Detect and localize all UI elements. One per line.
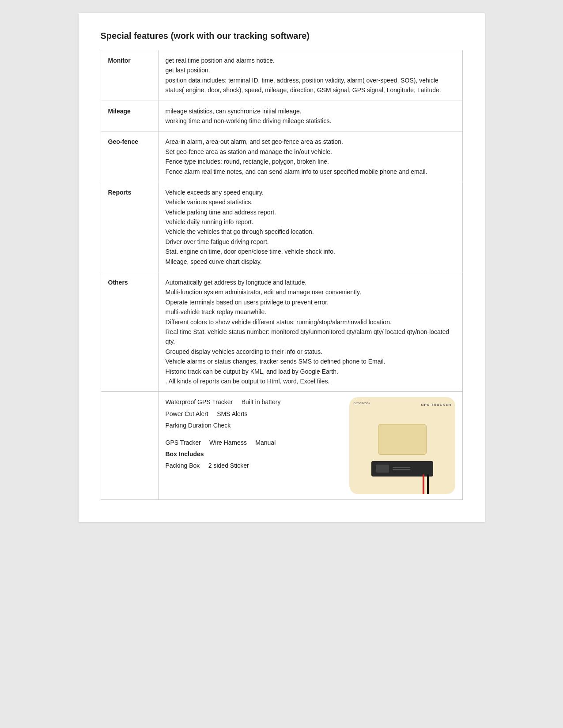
table-row: Waterproof GPS Tracker Built in battery … (101, 392, 462, 500)
others-line-4: multi-vehicle track replay meanwhile. (166, 308, 267, 315)
feature-waterproof: Waterproof GPS Tracker Built in battery (166, 397, 340, 407)
reports-label: Reports (101, 182, 158, 272)
reports-line-3: Vehicle parking time and address report. (166, 209, 276, 216)
box-items-line2: Packing Box 2 sided Sticker (166, 461, 340, 470)
others-label: Others (101, 272, 158, 392)
box-items-line1: GPS Tracker Wire Harness Manual (166, 438, 340, 447)
geofence-label: Geo-fence (101, 131, 158, 182)
mileage-content: mileage statistics, can synchronize init… (158, 101, 462, 131)
others-line-5: Different colors to show vehicle differe… (166, 319, 392, 326)
reports-line-8: Mileage, speed curve chart display. (166, 258, 262, 265)
features-label (101, 392, 158, 500)
mileage-line-2: working time and non-working time drivin… (166, 117, 332, 124)
gps-tracker-label: GPS TRACKER (421, 402, 451, 408)
product-image: SimoTrack GPS TRACKER (349, 397, 455, 494)
geofence-line-4: Fence alarm real time notes, and can sen… (166, 168, 427, 175)
page-title: Special features (work with our tracking… (101, 31, 463, 41)
reports-content: Vehicle exceeds any speed enquiry. Vehic… (158, 182, 462, 272)
others-line-8: Vehicle alarms or status changes, tracke… (166, 358, 385, 365)
reports-line-7: Stat. engine on time, door open/close ti… (166, 248, 335, 255)
monitor-content: get real time position and alarms notice… (158, 50, 462, 101)
geofence-line-1: Area-in alarm, area-out alarm, and set g… (166, 138, 343, 145)
tracker-device-container (371, 461, 433, 477)
geofence-content: Area-in alarm, area-out alarm, and set g… (158, 131, 462, 182)
others-content: Automatically get address by longitude a… (158, 272, 462, 392)
monitor-line-2: get last position. (166, 67, 210, 74)
others-line-10: . All kinds of reports can be output to … (166, 378, 330, 385)
others-line-6: Real time Stat. vehicle status number: m… (166, 328, 450, 345)
features-content: Waterproof GPS Tracker Built in battery … (158, 392, 462, 500)
brand-text: SimoTrack (354, 401, 370, 406)
product-image-inner: SimoTrack GPS TRACKER (349, 397, 455, 494)
tracker-box (378, 424, 427, 455)
reports-line-4: Vehicle daily running info report. (166, 218, 253, 225)
others-line-7: Grouped display vehicles according to th… (166, 348, 323, 355)
table-row: Reports Vehicle exceeds any speed enquir… (101, 182, 462, 272)
others-line-9: Historic track can be output by KML, and… (166, 368, 338, 375)
page-container: Special features (work with our tracking… (79, 13, 485, 522)
table-row: Others Automatically get address by long… (101, 272, 462, 392)
others-line-1: Automatically get address by longitude a… (166, 279, 307, 286)
features-table: Monitor get real time position and alarm… (101, 50, 463, 500)
monitor-line-3: position data includes: terminal ID, tim… (166, 77, 441, 94)
mileage-line-1: mileage statistics, can synchronize init… (166, 108, 302, 115)
monitor-label: Monitor (101, 50, 158, 101)
device-ports (393, 467, 410, 470)
table-row: Mileage mileage statistics, can synchron… (101, 101, 462, 131)
black-wire (427, 474, 429, 495)
reports-line-1: Vehicle exceeds any speed enquiry. (166, 189, 264, 196)
bottom-text: Waterproof GPS Tracker Built in battery … (166, 397, 340, 470)
reports-line-5: Vehicle the vehicles that go through spe… (166, 228, 314, 235)
geofence-line-3: Fence type includes: round, rectangle, p… (166, 158, 329, 165)
table-row: Geo-fence Area-in alarm, area-out alarm,… (101, 131, 462, 182)
device-screen (376, 465, 389, 473)
reports-line-2: Vehicle various speed statistics. (166, 199, 253, 206)
monitor-line-1: get real time position and alarms notice… (166, 57, 275, 64)
others-line-2: Multi-function system administrator, edi… (166, 289, 361, 296)
others-line-3: Operate terminals based on users privile… (166, 299, 329, 306)
box-label-row: Box Includes (166, 449, 340, 459)
bottom-section: Waterproof GPS Tracker Built in battery … (166, 397, 455, 494)
feature-parking: Parking Duration Check (166, 420, 340, 430)
mileage-label: Mileage (101, 101, 158, 131)
feature-powercut: Power Cut Alert SMS Alerts (166, 409, 340, 419)
table-row: Monitor get real time position and alarm… (101, 50, 462, 101)
box-includes-label: Box Includes (166, 450, 204, 458)
reports-line-6: Driver over time fatigue driving report. (166, 238, 269, 245)
red-wire (423, 474, 424, 495)
geofence-line-2: Set geo-fence area as station and manage… (166, 148, 332, 155)
wires (423, 474, 429, 495)
